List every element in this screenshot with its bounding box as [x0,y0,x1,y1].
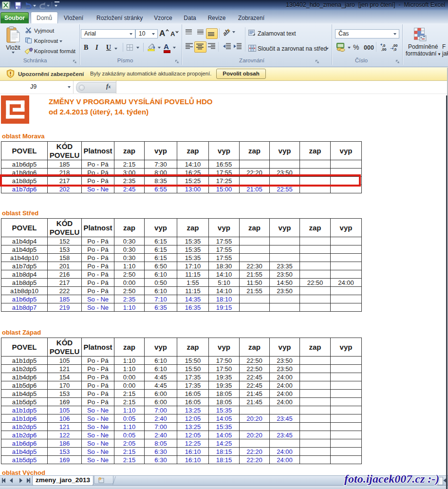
svg-text:A: A [170,30,175,37]
svg-text:,0: ,0 [393,47,396,51]
svg-text:,00: ,00 [381,47,386,51]
svg-text:ab: ab [222,28,231,37]
svg-text:A: A [159,29,165,37]
